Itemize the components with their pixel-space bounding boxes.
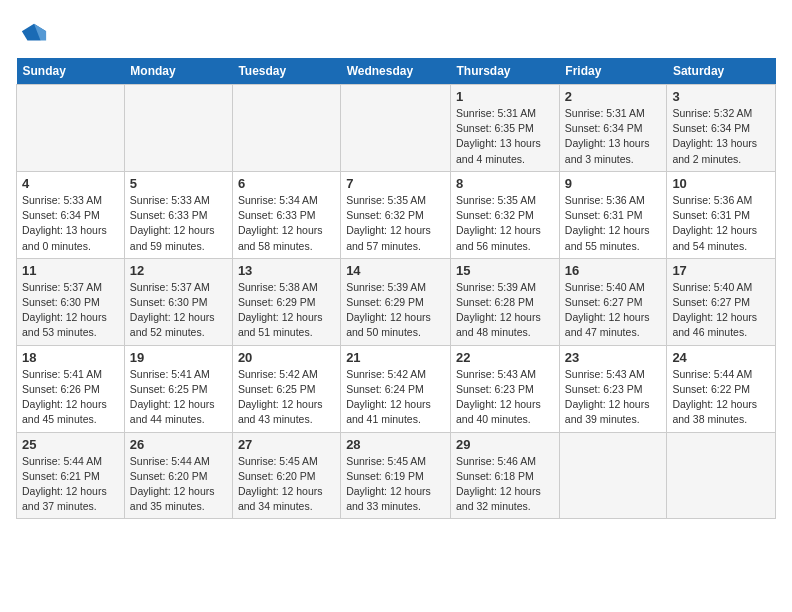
day-number: 18 (22, 350, 119, 365)
day-number: 6 (238, 176, 335, 191)
calendar-cell (124, 85, 232, 172)
calendar-cell: 24Sunrise: 5:44 AM Sunset: 6:22 PM Dayli… (667, 345, 776, 432)
day-number: 29 (456, 437, 554, 452)
calendar-cell: 19Sunrise: 5:41 AM Sunset: 6:25 PM Dayli… (124, 345, 232, 432)
day-info: Sunrise: 5:43 AM Sunset: 6:23 PM Dayligh… (456, 367, 554, 428)
calendar-header-row: SundayMondayTuesdayWednesdayThursdayFrid… (17, 58, 776, 85)
day-number: 7 (346, 176, 445, 191)
calendar-cell (341, 85, 451, 172)
day-number: 25 (22, 437, 119, 452)
day-number: 22 (456, 350, 554, 365)
day-number: 23 (565, 350, 662, 365)
day-number: 10 (672, 176, 770, 191)
calendar-cell: 18Sunrise: 5:41 AM Sunset: 6:26 PM Dayli… (17, 345, 125, 432)
day-info: Sunrise: 5:42 AM Sunset: 6:24 PM Dayligh… (346, 367, 445, 428)
page-header (16, 16, 776, 48)
calendar-week-row: 4Sunrise: 5:33 AM Sunset: 6:34 PM Daylig… (17, 171, 776, 258)
calendar-cell: 3Sunrise: 5:32 AM Sunset: 6:34 PM Daylig… (667, 85, 776, 172)
calendar-cell: 10Sunrise: 5:36 AM Sunset: 6:31 PM Dayli… (667, 171, 776, 258)
calendar-table: SundayMondayTuesdayWednesdayThursdayFrid… (16, 58, 776, 519)
calendar-cell: 5Sunrise: 5:33 AM Sunset: 6:33 PM Daylig… (124, 171, 232, 258)
day-number: 28 (346, 437, 445, 452)
calendar-cell: 7Sunrise: 5:35 AM Sunset: 6:32 PM Daylig… (341, 171, 451, 258)
day-info: Sunrise: 5:33 AM Sunset: 6:33 PM Dayligh… (130, 193, 227, 254)
calendar-cell: 9Sunrise: 5:36 AM Sunset: 6:31 PM Daylig… (559, 171, 667, 258)
col-header-sunday: Sunday (17, 58, 125, 85)
day-number: 11 (22, 263, 119, 278)
calendar-cell: 29Sunrise: 5:46 AM Sunset: 6:18 PM Dayli… (451, 432, 560, 519)
calendar-week-row: 25Sunrise: 5:44 AM Sunset: 6:21 PM Dayli… (17, 432, 776, 519)
calendar-cell (17, 85, 125, 172)
day-info: Sunrise: 5:39 AM Sunset: 6:28 PM Dayligh… (456, 280, 554, 341)
day-number: 2 (565, 89, 662, 104)
calendar-cell: 1Sunrise: 5:31 AM Sunset: 6:35 PM Daylig… (451, 85, 560, 172)
calendar-cell: 20Sunrise: 5:42 AM Sunset: 6:25 PM Dayli… (232, 345, 340, 432)
col-header-saturday: Saturday (667, 58, 776, 85)
calendar-cell: 23Sunrise: 5:43 AM Sunset: 6:23 PM Dayli… (559, 345, 667, 432)
day-number: 9 (565, 176, 662, 191)
day-number: 1 (456, 89, 554, 104)
day-number: 12 (130, 263, 227, 278)
day-number: 24 (672, 350, 770, 365)
day-info: Sunrise: 5:31 AM Sunset: 6:34 PM Dayligh… (565, 106, 662, 167)
calendar-cell (232, 85, 340, 172)
calendar-week-row: 1Sunrise: 5:31 AM Sunset: 6:35 PM Daylig… (17, 85, 776, 172)
col-header-thursday: Thursday (451, 58, 560, 85)
calendar-cell: 8Sunrise: 5:35 AM Sunset: 6:32 PM Daylig… (451, 171, 560, 258)
day-info: Sunrise: 5:34 AM Sunset: 6:33 PM Dayligh… (238, 193, 335, 254)
day-info: Sunrise: 5:44 AM Sunset: 6:22 PM Dayligh… (672, 367, 770, 428)
day-info: Sunrise: 5:44 AM Sunset: 6:21 PM Dayligh… (22, 454, 119, 515)
day-info: Sunrise: 5:45 AM Sunset: 6:19 PM Dayligh… (346, 454, 445, 515)
day-info: Sunrise: 5:41 AM Sunset: 6:26 PM Dayligh… (22, 367, 119, 428)
day-info: Sunrise: 5:45 AM Sunset: 6:20 PM Dayligh… (238, 454, 335, 515)
day-number: 4 (22, 176, 119, 191)
day-number: 21 (346, 350, 445, 365)
col-header-monday: Monday (124, 58, 232, 85)
day-info: Sunrise: 5:35 AM Sunset: 6:32 PM Dayligh… (346, 193, 445, 254)
col-header-tuesday: Tuesday (232, 58, 340, 85)
calendar-cell: 25Sunrise: 5:44 AM Sunset: 6:21 PM Dayli… (17, 432, 125, 519)
day-info: Sunrise: 5:36 AM Sunset: 6:31 PM Dayligh… (672, 193, 770, 254)
day-number: 13 (238, 263, 335, 278)
calendar-cell: 14Sunrise: 5:39 AM Sunset: 6:29 PM Dayli… (341, 258, 451, 345)
day-info: Sunrise: 5:37 AM Sunset: 6:30 PM Dayligh… (22, 280, 119, 341)
calendar-cell (559, 432, 667, 519)
day-number: 8 (456, 176, 554, 191)
calendar-cell: 16Sunrise: 5:40 AM Sunset: 6:27 PM Dayli… (559, 258, 667, 345)
calendar-cell: 27Sunrise: 5:45 AM Sunset: 6:20 PM Dayli… (232, 432, 340, 519)
calendar-cell: 11Sunrise: 5:37 AM Sunset: 6:30 PM Dayli… (17, 258, 125, 345)
calendar-cell: 28Sunrise: 5:45 AM Sunset: 6:19 PM Dayli… (341, 432, 451, 519)
day-number: 15 (456, 263, 554, 278)
day-number: 5 (130, 176, 227, 191)
day-number: 3 (672, 89, 770, 104)
day-info: Sunrise: 5:40 AM Sunset: 6:27 PM Dayligh… (672, 280, 770, 341)
logo-icon (20, 20, 48, 48)
calendar-cell: 6Sunrise: 5:34 AM Sunset: 6:33 PM Daylig… (232, 171, 340, 258)
day-info: Sunrise: 5:31 AM Sunset: 6:35 PM Dayligh… (456, 106, 554, 167)
day-number: 27 (238, 437, 335, 452)
day-info: Sunrise: 5:33 AM Sunset: 6:34 PM Dayligh… (22, 193, 119, 254)
logo (16, 20, 48, 48)
day-info: Sunrise: 5:46 AM Sunset: 6:18 PM Dayligh… (456, 454, 554, 515)
day-number: 26 (130, 437, 227, 452)
col-header-friday: Friday (559, 58, 667, 85)
day-number: 20 (238, 350, 335, 365)
calendar-cell: 26Sunrise: 5:44 AM Sunset: 6:20 PM Dayli… (124, 432, 232, 519)
day-info: Sunrise: 5:38 AM Sunset: 6:29 PM Dayligh… (238, 280, 335, 341)
calendar-cell: 2Sunrise: 5:31 AM Sunset: 6:34 PM Daylig… (559, 85, 667, 172)
calendar-cell (667, 432, 776, 519)
calendar-cell: 22Sunrise: 5:43 AM Sunset: 6:23 PM Dayli… (451, 345, 560, 432)
col-header-wednesday: Wednesday (341, 58, 451, 85)
day-number: 19 (130, 350, 227, 365)
day-info: Sunrise: 5:43 AM Sunset: 6:23 PM Dayligh… (565, 367, 662, 428)
day-number: 14 (346, 263, 445, 278)
calendar-cell: 17Sunrise: 5:40 AM Sunset: 6:27 PM Dayli… (667, 258, 776, 345)
calendar-week-row: 11Sunrise: 5:37 AM Sunset: 6:30 PM Dayli… (17, 258, 776, 345)
calendar-week-row: 18Sunrise: 5:41 AM Sunset: 6:26 PM Dayli… (17, 345, 776, 432)
day-number: 17 (672, 263, 770, 278)
day-info: Sunrise: 5:42 AM Sunset: 6:25 PM Dayligh… (238, 367, 335, 428)
day-info: Sunrise: 5:44 AM Sunset: 6:20 PM Dayligh… (130, 454, 227, 515)
day-info: Sunrise: 5:36 AM Sunset: 6:31 PM Dayligh… (565, 193, 662, 254)
day-info: Sunrise: 5:40 AM Sunset: 6:27 PM Dayligh… (565, 280, 662, 341)
calendar-cell: 15Sunrise: 5:39 AM Sunset: 6:28 PM Dayli… (451, 258, 560, 345)
